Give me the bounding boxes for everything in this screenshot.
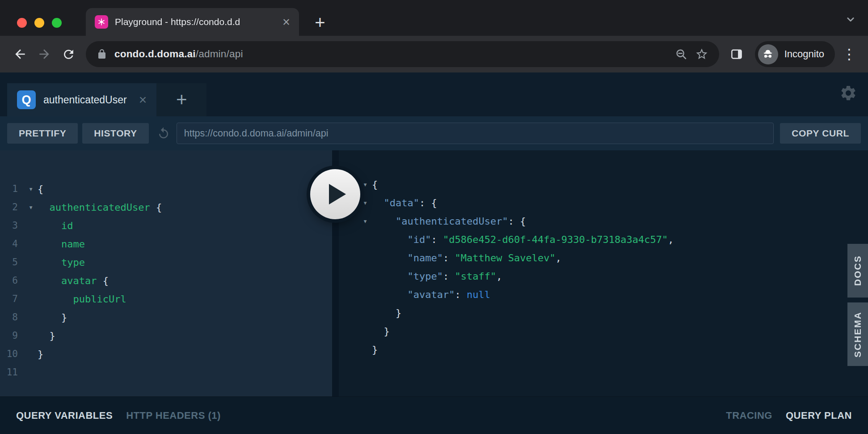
- result-viewer: ▾{▾ "data": {▾ "authenticatedUser": { "i…: [339, 150, 868, 396]
- browser-menu-icon[interactable]: ⋮: [835, 46, 860, 63]
- code-text: }: [372, 304, 401, 322]
- code-line: "type": "staff",: [358, 267, 868, 285]
- code-line: 9 }: [0, 327, 332, 345]
- endpoint-input[interactable]: [177, 123, 774, 144]
- schema-side-tab[interactable]: SCHEMA: [847, 302, 868, 366]
- code-text: authenticatedUser {: [38, 198, 162, 217]
- fold-spacer: [358, 322, 372, 340]
- code-text: }: [372, 322, 390, 340]
- fold-arrow-icon[interactable]: ▾: [358, 212, 372, 230]
- code-line: "name": "Matthew Savelev",: [358, 249, 868, 267]
- fold-spacer: [358, 267, 372, 285]
- fold-arrow-icon[interactable]: ▾: [24, 180, 38, 198]
- code-text: }: [38, 308, 67, 327]
- code-line: 6 avatar {: [0, 272, 332, 290]
- code-text: "name": "Matthew Savelev",: [372, 249, 561, 267]
- fold-spacer: [24, 363, 38, 382]
- code-text: avatar {: [38, 272, 109, 290]
- url-path: /admin/api: [196, 48, 243, 60]
- browser-tab-title: Playground - https://condo.d.d: [115, 17, 276, 27]
- code-text: }: [38, 327, 55, 345]
- query-type-icon: Q: [17, 90, 36, 109]
- code-text: id: [38, 217, 73, 235]
- code-line: 5 type: [0, 253, 332, 272]
- new-tab-button[interactable]: +: [308, 12, 332, 33]
- code-line: }: [358, 322, 868, 340]
- prettify-button[interactable]: PRETTIFY: [7, 123, 78, 144]
- incognito-label: Incognito: [784, 48, 824, 60]
- code-text: "avatar": null: [372, 285, 490, 304]
- browser-navbar: condo.d.doma.ai/admin/api: [0, 36, 868, 72]
- code-text: }: [372, 340, 378, 359]
- code-text: {: [372, 175, 378, 194]
- fold-arrow-icon[interactable]: ▾: [358, 194, 372, 212]
- copy-curl-button[interactable]: COPY CURL: [780, 123, 861, 144]
- history-button[interactable]: HISTORY: [82, 123, 148, 144]
- code-line: }: [358, 304, 868, 322]
- fold-spacer: [24, 345, 38, 363]
- line-number: 7: [0, 290, 24, 308]
- fold-spacer: [24, 217, 38, 235]
- tracing-tab[interactable]: TRACING: [726, 410, 772, 421]
- close-playground-tab-icon[interactable]: ×: [139, 93, 147, 106]
- code-line: "avatar": null: [358, 285, 868, 304]
- playground-tab-label: authenticatedUser: [43, 94, 127, 106]
- code-line: 11: [0, 363, 332, 382]
- code-text: "id": "d586e452-d60f-44fa-9330-b7318a3a4…: [372, 230, 674, 249]
- fold-spacer: [358, 285, 372, 304]
- playground-main: 1▾{2▾ authenticatedUser {3 id4 name5 typ…: [0, 150, 868, 396]
- code-text: publicUrl: [38, 290, 126, 308]
- new-query-tab-button[interactable]: +: [156, 83, 206, 116]
- query-variables-tab[interactable]: QUERY VARIABLES: [16, 410, 113, 421]
- close-tab-icon[interactable]: ×: [282, 16, 290, 29]
- line-number: 3: [0, 217, 24, 235]
- execute-query-button[interactable]: [310, 169, 360, 219]
- query-plan-tab[interactable]: QUERY PLAN: [786, 410, 852, 421]
- line-number: 9: [0, 327, 24, 345]
- playground-tab-authenticatedUser[interactable]: Q authenticatedUser ×: [7, 83, 156, 116]
- back-button[interactable]: [8, 42, 32, 66]
- code-line: 3 id: [0, 217, 332, 235]
- line-number: 2: [0, 198, 24, 217]
- http-headers-tab[interactable]: HTTP HEADERS (1): [126, 410, 221, 421]
- lock-icon[interactable]: [97, 49, 107, 60]
- playground-toolbar: PRETTIFY HISTORY COPY CURL: [0, 116, 868, 150]
- code-line: 4 name: [0, 235, 332, 253]
- code-line: ▾ "data": {: [358, 194, 868, 212]
- fold-spacer: [358, 340, 372, 359]
- browser-tab[interactable]: Playground - https://condo.d.d ×: [86, 8, 299, 36]
- fold-arrow-icon[interactable]: ▾: [358, 175, 372, 194]
- code-text: "authenticatedUser": {: [372, 212, 526, 230]
- zoom-out-icon[interactable]: [674, 47, 688, 61]
- line-number: 8: [0, 308, 24, 327]
- settings-gear-icon[interactable]: [839, 83, 858, 103]
- side-panel-icon[interactable]: [725, 42, 749, 66]
- docs-side-tab[interactable]: DOCS: [847, 244, 868, 298]
- fold-spacer: [24, 290, 38, 308]
- code-line: ▾{: [358, 175, 868, 194]
- line-number: 11: [0, 363, 24, 382]
- code-line: 7 publicUrl: [0, 290, 332, 308]
- code-line: }: [358, 340, 868, 359]
- fold-arrow-icon[interactable]: ▾: [24, 198, 38, 217]
- close-window-button[interactable]: [17, 18, 27, 28]
- minimize-window-button[interactable]: [34, 18, 44, 28]
- bookmark-star-icon[interactable]: [695, 47, 708, 61]
- forward-button[interactable]: [32, 42, 56, 66]
- fold-spacer: [358, 249, 372, 267]
- url-text[interactable]: condo.d.doma.ai/admin/api: [114, 48, 667, 60]
- code-line: 2▾ authenticatedUser {: [0, 198, 332, 217]
- traffic-lights: [17, 18, 62, 28]
- fold-spacer: [358, 230, 372, 249]
- code-text: }: [38, 345, 43, 363]
- url-bar[interactable]: condo.d.doma.ai/admin/api: [86, 41, 719, 67]
- reload-button[interactable]: [56, 42, 80, 66]
- zoom-window-button[interactable]: [52, 18, 62, 28]
- code-text: type: [38, 253, 85, 272]
- fold-spacer: [24, 327, 38, 345]
- query-editor[interactable]: 1▾{2▾ authenticatedUser {3 id4 name5 typ…: [0, 150, 332, 396]
- line-number: 1: [0, 180, 24, 198]
- tab-search-chevron-icon[interactable]: [844, 13, 857, 28]
- playground-tabstrip: Q authenticatedUser × +: [0, 72, 868, 116]
- fold-spacer: [24, 308, 38, 327]
